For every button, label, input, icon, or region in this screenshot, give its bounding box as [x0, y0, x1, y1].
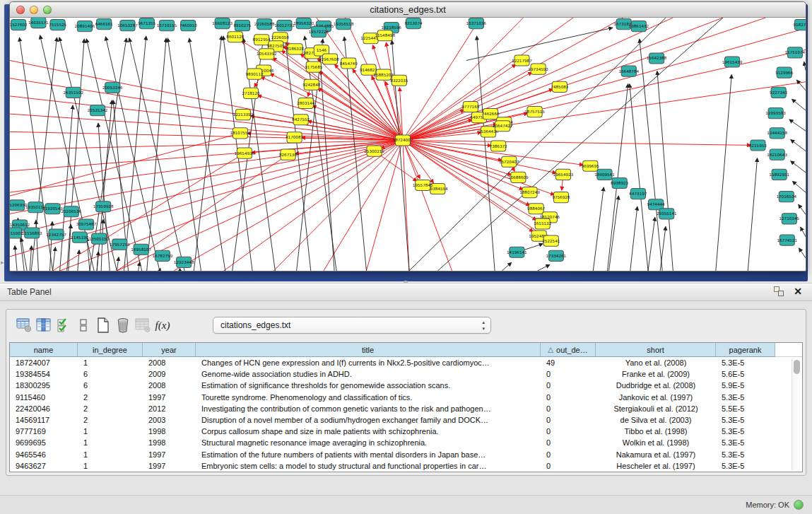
table-row[interactable]: 946554611997Estimation of the future num… — [10, 449, 802, 460]
graph-node-teal[interactable]: 11156863 — [22, 228, 42, 238]
graph-node-teal[interactable]: 17334261 — [546, 250, 567, 261]
graph-node-teal[interactable]: 19356518 — [334, 19, 354, 30]
graph-node-teal[interactable]: 13505150 — [89, 233, 110, 244]
graph-node-teal[interactable]: 14035571 — [28, 18, 49, 28]
graph-node-yellow[interactable]: 2718120 — [242, 88, 259, 98]
graph-node-yellow[interactable]: 18107554 — [230, 128, 251, 139]
graph-node-teal[interactable]: 16782759 — [153, 250, 173, 261]
import-table-button[interactable] — [54, 316, 73, 334]
graph-node-teal[interactable]: 20053346 — [102, 82, 123, 93]
graph-node-teal[interactable]: 12342757 — [46, 229, 66, 240]
graph-node-teal[interactable]: 16958107 — [131, 244, 151, 255]
column-settings-button[interactable] — [15, 316, 33, 334]
graph-node-yellow[interactable]: 8267130 — [279, 149, 297, 160]
graph-node-teal[interactable]: 9227343 — [770, 87, 787, 98]
graph-node-yellow[interactable]: 18757515 — [524, 107, 545, 117]
graph-node-teal[interactable]: 1527602 — [10, 20, 28, 30]
graph-node-teal[interactable]: 16608123 — [212, 18, 233, 29]
function-builder-button[interactable]: f(x) — [153, 316, 172, 334]
graph-node-yellow[interactable]: 19734593 — [528, 64, 548, 74]
graph-node-yellow[interactable]: 8427552 — [292, 115, 310, 125]
table-row[interactable]: 1872400712008Changes of HCN gene express… — [10, 357, 802, 368]
graph-node-teal[interactable]: 9129966 — [775, 67, 793, 78]
delete-table-button[interactable] — [114, 316, 132, 334]
window-titlebar[interactable]: citations_edges.txt — [10, 2, 806, 18]
graph-node-teal[interactable]: 18956320 — [293, 18, 314, 29]
graph-node-teal[interactable]: 6466161 — [95, 19, 113, 30]
graph-node-yellow[interactable]: 4170081 — [286, 132, 303, 143]
graph-node-teal[interactable]: 7515525 — [49, 20, 66, 30]
graph-node-teal[interactable]: 8215953 — [749, 140, 767, 151]
graph-node-teal[interactable]: 10719155 — [157, 21, 177, 31]
graph-node-yellow[interactable]: 1615132 — [534, 218, 551, 229]
column-header-pagerank[interactable]: pagerank — [716, 343, 775, 357]
graph-node-teal[interactable]: 16648784 — [618, 66, 639, 76]
memory-ok-indicator[interactable] — [794, 500, 804, 510]
graph-node-teal[interactable]: 17016504 — [776, 192, 796, 202]
graph-node-teal[interactable]: 19572224 — [309, 27, 329, 37]
graph-node-yellow[interactable]: 8601128 — [226, 32, 244, 42]
citation-network-graph[interactable]: 1527602140355717515525208914066466161106… — [10, 18, 806, 271]
graph-node-teal[interactable]: 30975487 — [76, 219, 97, 230]
graph-node-teal[interactable]: 6473197 — [629, 189, 647, 199]
graph-node-yellow[interactable]: 15720407 — [499, 156, 519, 167]
table-row[interactable]: 1938455462009Genome-wide association stu… — [10, 368, 802, 380]
graph-node-teal[interactable]: 19615439 — [722, 57, 743, 67]
graph-node-teal[interactable]: 12710345 — [779, 214, 799, 224]
column-header-title[interactable]: title — [196, 343, 541, 357]
graph-node-teal[interactable]: 11920543 — [42, 204, 63, 214]
scrollbar-thumb[interactable] — [794, 360, 800, 374]
graph-node-yellow[interactable]: 18724007 — [393, 135, 413, 146]
graph-node-yellow[interactable]: 10647427 — [493, 121, 513, 132]
graph-node-teal[interactable]: 9671355 — [138, 18, 155, 29]
close-panel-icon[interactable]: ✕ — [794, 286, 802, 296]
graph-node-yellow[interactable]: 19654923 — [553, 169, 574, 180]
table-row[interactable]: 977716911998Corpus callosum shape and si… — [10, 426, 802, 437]
graph-node-teal[interactable]: 19861432 — [629, 21, 649, 32]
graph-node-yellow[interactable]: 9699695 — [582, 160, 599, 171]
table-selector-dropdown[interactable]: citations_edges.txt ▴▾ — [213, 317, 491, 334]
graph-node-yellow[interactable]: 2967608 — [321, 54, 339, 64]
graph-node-yellow[interactable]: 25300215 — [364, 146, 384, 156]
graph-node-teal[interactable]: 7460910 — [180, 21, 197, 31]
graph-node-yellow[interactable]: 8454749 — [340, 58, 358, 69]
float-panel-icon[interactable] — [774, 286, 784, 296]
graph-node-teal[interactable]: 20206536 — [61, 206, 81, 217]
column-header-year[interactable]: year — [143, 343, 196, 357]
graph-node-teal[interactable]: 12093583 — [765, 108, 786, 119]
graph-node-yellow[interactable]: 9756928 — [552, 192, 570, 203]
table-row[interactable]: 1830029562008Estimation of significance … — [10, 380, 802, 391]
graph-node-yellow[interactable]: 3175685 — [305, 62, 322, 72]
graph-node-yellow[interactable]: 2522541 — [542, 235, 560, 246]
graph-node-teal[interactable]: 8313074 — [405, 18, 423, 29]
graph-node-teal[interactable]: 15751074 — [785, 47, 806, 58]
graph-node-teal[interactable]: 12923448 — [174, 257, 194, 267]
show-columns-button[interactable] — [35, 316, 53, 334]
graph-node-teal[interactable]: 14196141 — [507, 247, 527, 257]
row-height-button[interactable] — [74, 316, 93, 334]
graph-node-yellow[interactable]: 9242848 — [302, 79, 320, 90]
column-header-in_degree[interactable]: in_degree — [78, 343, 143, 357]
graph-node-teal[interactable]: 22260588 — [254, 19, 275, 30]
graph-node-yellow[interactable]: 9777169 — [461, 101, 479, 112]
graph-node-yellow[interactable]: 12213392 — [233, 110, 254, 120]
column-header-short[interactable]: short — [596, 343, 716, 357]
graph-node-yellow[interactable]: 19654936 — [235, 148, 255, 158]
graph-node-yellow[interactable]: 7485083 — [551, 81, 568, 92]
graph-node-yellow[interactable]: 8322035 — [390, 75, 408, 86]
graph-node-teal[interactable]: 16774521 — [777, 235, 797, 245]
graph-node-yellow[interactable]: 10543392 — [257, 49, 277, 59]
graph-node-teal[interactable]: 10371036 — [466, 18, 487, 29]
table-scrollbar[interactable] — [792, 358, 801, 470]
graph-node-teal[interactable]: 16210643 — [767, 149, 787, 160]
graph-node-yellow[interactable]: 18807249 — [519, 187, 540, 198]
graph-node-teal[interactable]: 1145190 — [71, 232, 88, 243]
graph-node-yellow[interactable]: 10688609 — [508, 172, 529, 182]
graph-node-yellow[interactable]: 7386372 — [490, 141, 507, 151]
graph-node-teal[interactable]: 15642388 — [647, 53, 667, 64]
table-row[interactable]: 969969511998Structural magnetic resonanc… — [10, 437, 802, 448]
graph-node-yellow[interactable]: 11548498 — [375, 30, 395, 41]
column-header-out_de[interactable]: △out_de… — [541, 343, 596, 357]
table-row[interactable]: 2242004622012Investigating the contribut… — [10, 403, 802, 414]
table-row[interactable]: 1456911722003Disruption of a novel membe… — [10, 414, 802, 426]
